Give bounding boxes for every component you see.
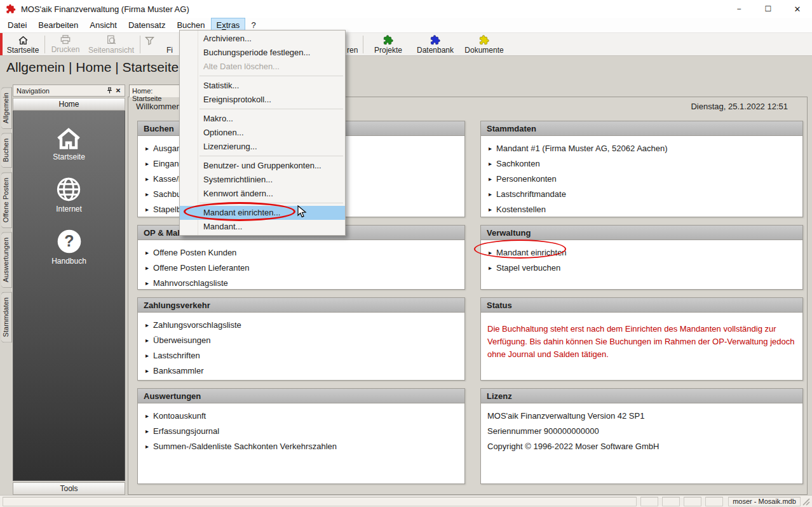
- statusbar: moser - Mosaik.mdb: [0, 495, 812, 507]
- toolbar-button-projekte[interactable]: Projekte: [370, 34, 407, 55]
- page-preview-icon: [106, 35, 116, 45]
- panel-body: ▸Offene Posten Kunden▸Offene Posten Lief…: [138, 240, 464, 290]
- panel-link-offene-posten-lieferanten[interactable]: ▸Offene Posten Lieferanten: [138, 260, 464, 275]
- menu-item-makro[interactable]: Makro...: [180, 112, 345, 126]
- arrow-bullet-icon: ▸: [145, 443, 149, 450]
- nav-item-startseite[interactable]: Startseite: [53, 127, 85, 161]
- arrow-bullet-icon: ▸: [489, 206, 492, 213]
- panel-auswertungen: Auswertungen▸Kontoauskunft▸Erfassungsjou…: [137, 388, 465, 484]
- nav-item-label: Internet: [56, 205, 82, 213]
- arrow-bullet-icon: ▸: [145, 352, 149, 359]
- funnel-icon: [145, 36, 154, 45]
- menu-item-buchungsperiode-festlegen[interactable]: Buchungsperiode festlegen...: [180, 46, 345, 60]
- menu-item-optionen[interactable]: Optionen...: [180, 126, 345, 140]
- arrow-bullet-icon: ▸: [489, 145, 492, 152]
- red-ellipse-annotation-verwaltung: [474, 240, 566, 259]
- toolbar-button-datenbank[interactable]: Datenbank: [413, 34, 457, 55]
- side-tab-offene-posten[interactable]: Offene Posten: [1, 172, 12, 228]
- panel-zahlungsverkehr: Zahlungsverkehr▸Zahlungsvorschlagsliste▸…: [137, 297, 465, 381]
- menu-separator: [180, 154, 345, 159]
- license-line: Copyright © 1996-2022 Moser Software Gmb…: [481, 438, 802, 454]
- side-tab-buchen[interactable]: Buchen: [1, 133, 12, 168]
- panel-link-summen-saldenliste-sachkonten-verkehrszahlen[interactable]: ▸Summen-/Saldenliste Sachkonten Verkehrs…: [138, 438, 464, 454]
- panel-link-label: Sachkonten: [496, 159, 540, 168]
- content-column-right: Stammdaten▸Mandant #1 (Firma Muster AG, …: [480, 97, 803, 494]
- arrow-bullet-icon: ▸: [145, 160, 149, 167]
- panel-body: Die Buchhaltung steht erst nach dem Einr…: [481, 313, 802, 361]
- printer-icon: [60, 35, 71, 44]
- toolbar-button-drucken[interactable]: Drucken: [47, 34, 84, 55]
- statusbar-cell: [3, 497, 637, 506]
- nav-item-internet[interactable]: Internet: [56, 177, 82, 213]
- arrow-bullet-icon: ▸: [145, 191, 149, 198]
- panel-link-label: Lastschriften: [153, 351, 200, 360]
- menu-item-lizenzierung[interactable]: Lizenzierung...: [180, 140, 345, 154]
- close-button[interactable]: ✕: [783, 0, 812, 18]
- panel-header: Stammdaten: [481, 121, 802, 136]
- menu-item-mandant[interactable]: Mandant...: [180, 220, 345, 234]
- toolbar-button-startseite[interactable]: Startseite: [4, 34, 42, 55]
- panel-body: ▸Mandant #1 (Firma Muster AG, 52062 Aach…: [481, 136, 802, 217]
- menu-item-alte-daten-l-schen[interactable]: Alte Daten löschen...: [180, 60, 345, 74]
- panel-link-personenkonten[interactable]: ▸Personenkonten: [481, 171, 802, 186]
- statusbar-cell: [684, 497, 701, 506]
- toolbar-button-dokumente[interactable]: Dokumente: [461, 34, 507, 55]
- panel-link-label: Mahnvorschlagsliste: [153, 278, 228, 288]
- question-icon: ?: [57, 229, 82, 254]
- nav-group-header[interactable]: Home: [13, 98, 125, 111]
- menu-item-systemrichtlinien[interactable]: Systemrichtlinien...: [180, 173, 345, 187]
- menubar-item-datensatz[interactable]: Datensatz: [123, 18, 172, 32]
- panel-link-mahnvorschlagsliste[interactable]: ▸Mahnvorschlagsliste: [138, 275, 464, 290]
- panel-header: Status: [481, 298, 802, 313]
- red-ellipse-annotation-menu: [184, 202, 295, 221]
- puzzle-icon: [383, 35, 393, 45]
- toolbar-fragment-left[interactable]: Fi: [166, 46, 173, 55]
- menu-item-ereignisprotokoll[interactable]: Ereignisprotokoll...: [180, 93, 345, 107]
- minimize-button[interactable]: −: [724, 0, 754, 18]
- panel-link-sachkonten[interactable]: ▸Sachkonten: [481, 156, 802, 171]
- license-line: Seriennummer 900000000000: [481, 423, 802, 438]
- panel-link-label: Summen-/Saldenliste Sachkonten Verkehrsz…: [153, 442, 337, 451]
- nav-item-handbuch[interactable]: ?Handbuch: [51, 229, 86, 266]
- pin-icon[interactable]: [105, 86, 114, 95]
- nav-item-label: Handbuch: [51, 257, 86, 266]
- panel-link-stapel-verbuchen[interactable]: ▸Stapel verbuchen: [481, 260, 802, 275]
- maximize-button[interactable]: ☐: [754, 0, 783, 18]
- side-tab-auswertungen[interactable]: Auswertungen: [1, 232, 12, 288]
- home-icon: [55, 127, 82, 150]
- panel-link-kostenstellen[interactable]: ▸Kostenstellen: [481, 201, 802, 217]
- panel-link-label: Mandant #1 (Firma Muster AG, 52062 Aache…: [496, 144, 668, 153]
- panel-link-berweisungen[interactable]: ▸Überweisungen: [138, 332, 464, 348]
- arrow-bullet-icon: ▸: [145, 337, 149, 344]
- menu-item-statistik[interactable]: Statistik...: [180, 79, 345, 93]
- menu-item-archivieren[interactable]: Archivieren...: [180, 32, 345, 46]
- close-icon[interactable]: ✕: [114, 86, 123, 95]
- content-tab[interactable]: Home: Startseite: [129, 84, 180, 97]
- menubar-item-datei[interactable]: Datei: [2, 18, 32, 32]
- resize-grip[interactable]: [801, 497, 811, 506]
- menu-separator: [180, 107, 345, 112]
- panel-link-banksammler[interactable]: ▸Banksammler: [138, 363, 464, 378]
- menu-item-kennwort-ndern[interactable]: Kennwort ändern...: [180, 187, 345, 201]
- arrow-bullet-icon: ▸: [145, 367, 149, 374]
- panel-link-mandant-1-firma-muster-ag-52062-aachen[interactable]: ▸Mandant #1 (Firma Muster AG, 52062 Aach…: [481, 140, 802, 156]
- titlebar: MOS'aik Finanzverwaltung (Firma Muster A…: [0, 0, 812, 18]
- tools-button[interactable]: Tools: [13, 482, 125, 495]
- menubar-item-bearbeiten[interactable]: Bearbeiten: [32, 18, 84, 32]
- menubar-item-ansicht[interactable]: Ansicht: [84, 18, 123, 32]
- toolbar-fragment-right[interactable]: ren: [347, 46, 358, 55]
- menu-item-benutzer-und-gruppenkonten[interactable]: Benutzer- und Gruppenkonten...: [180, 159, 345, 173]
- panel-link-erfassungsjournal[interactable]: ▸Erfassungsjournal: [138, 423, 464, 438]
- panel-link-zahlungsvorschlagsliste[interactable]: ▸Zahlungsvorschlagsliste: [138, 317, 464, 332]
- panel-link-kontoauskunft[interactable]: ▸Kontoauskunft: [138, 408, 464, 423]
- mouse-cursor: [297, 205, 307, 219]
- menubar: DateiBearbeitenAnsichtDatensatzBuchenExt…: [0, 18, 812, 32]
- panel-lizenz: LizenzMOS'aik Finanzverwaltung Version 4…: [480, 388, 803, 484]
- panel-link-offene-posten-kunden[interactable]: ▸Offene Posten Kunden: [138, 245, 464, 260]
- side-tab-allgemein[interactable]: Allgemein: [1, 87, 12, 129]
- side-tab-stammdaten[interactable]: Stammdaten: [1, 292, 12, 342]
- panel-link-lastschriftmandate[interactable]: ▸Lastschriftmandate: [481, 186, 802, 201]
- statusbar-db-label: moser - Mosaik.mdb: [728, 497, 801, 506]
- toolbar-button-seitenansicht[interactable]: Seitenansicht: [85, 34, 137, 55]
- panel-link-lastschriften[interactable]: ▸Lastschriften: [138, 348, 464, 363]
